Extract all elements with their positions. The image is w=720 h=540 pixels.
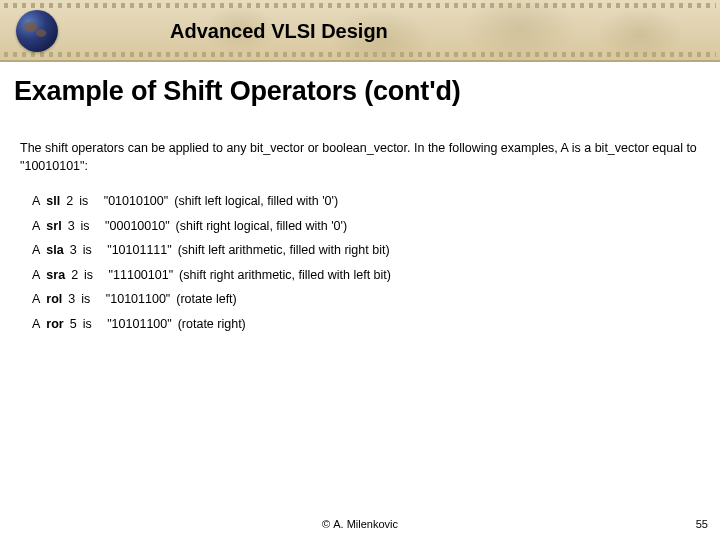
slide-title: Example of Shift Operators (cont'd) [14, 76, 720, 107]
operator: srl [46, 218, 61, 236]
operand-a: A [20, 218, 40, 236]
result-value: "11100101" [109, 267, 174, 285]
operator: sra [46, 267, 65, 285]
shift-amount: 3 [68, 291, 75, 309]
is-label: is [83, 316, 92, 334]
is-label: is [81, 218, 90, 236]
result-desc: (shift left logical, filled with '0') [174, 193, 338, 211]
operand-a: A [20, 242, 40, 260]
slide-header: Advanced VLSI Design [0, 0, 720, 62]
operator: ror [46, 316, 63, 334]
author: A. Milenkovic [333, 518, 398, 530]
shift-amount: 3 [70, 242, 77, 260]
operand-a: A [20, 291, 40, 309]
result-value: "00010010" [105, 218, 170, 236]
result-desc: (shift right logical, filled with '0') [176, 218, 348, 236]
slide-content: The shift operators can be applied to an… [20, 140, 700, 333]
operand-a: A [20, 316, 40, 334]
example-row: A ror 5 is "10101100" (rotate right) [20, 316, 700, 334]
header-dots-top [4, 3, 716, 8]
result-value: "01010100" [104, 193, 169, 211]
examples-list: A sll 2 is "01010100" (shift left logica… [20, 193, 700, 333]
is-label: is [81, 291, 90, 309]
example-row: A rol 3 is "10101100" (rotate left) [20, 291, 700, 309]
operand-a: A [20, 267, 40, 285]
is-label: is [79, 193, 88, 211]
course-title: Advanced VLSI Design [170, 20, 388, 43]
shift-amount: 3 [68, 218, 75, 236]
example-row: A sla 3 is "10101111" (shift left arithm… [20, 242, 700, 260]
shift-amount: 5 [70, 316, 77, 334]
result-desc: (shift left arithmetic, filled with righ… [178, 242, 390, 260]
result-desc: (rotate left) [176, 291, 236, 309]
page-number: 55 [696, 518, 708, 530]
result-value: "10101100" [106, 291, 171, 309]
intro-text: The shift operators can be applied to an… [20, 140, 700, 175]
header-dots-bottom [4, 52, 716, 57]
copyright-symbol: © [322, 518, 330, 530]
globe-icon [16, 10, 58, 52]
is-label: is [83, 242, 92, 260]
operator: sla [46, 242, 63, 260]
shift-amount: 2 [71, 267, 78, 285]
operator: rol [46, 291, 62, 309]
result-desc: (rotate right) [178, 316, 246, 334]
example-row: A sra 2 is "11100101" (shift right arith… [20, 267, 700, 285]
result-value: "10101111" [107, 242, 172, 260]
shift-amount: 2 [66, 193, 73, 211]
example-row: A sll 2 is "01010100" (shift left logica… [20, 193, 700, 211]
is-label: is [84, 267, 93, 285]
result-desc: (shift right arithmetic, filled with lef… [179, 267, 391, 285]
operator: sll [46, 193, 60, 211]
result-value: "10101100" [107, 316, 172, 334]
footer: © A. Milenkovic [0, 518, 720, 530]
operand-a: A [20, 193, 40, 211]
example-row: A srl 3 is "00010010" (shift right logic… [20, 218, 700, 236]
